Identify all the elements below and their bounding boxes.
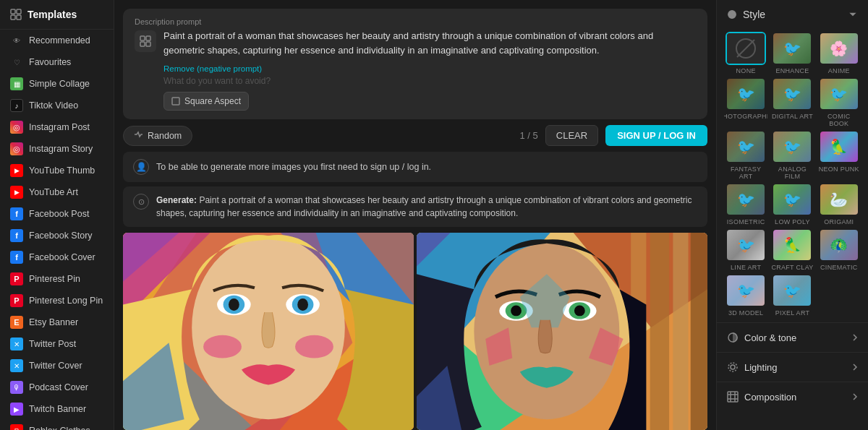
style-thumb-3d: 🐦 (726, 274, 766, 307)
style-item-digital-art[interactable]: 🐦 DIGITAL ART (770, 77, 814, 127)
sidebar-item-instagram-post[interactable]: ◎ Instagram Post (0, 116, 114, 138)
svg-rect-5 (146, 36, 150, 40)
style-item-neon[interactable]: 🦜 NEON PUNK (817, 130, 861, 180)
style-item-photographic[interactable]: 🐦 PHOTOGRAPHIC (724, 77, 767, 127)
bird-anime-icon: 🌸 (830, 40, 848, 57)
style-thumb-photographic: 🐦 (726, 77, 766, 111)
style-grid: NONE 🐦 ENHANCE 🌸 ANIME 🐦 (717, 29, 868, 322)
sidebar-item-recommended[interactable]: 👁 Recommended (0, 30, 114, 51)
style-item-pixel[interactable]: 🐦 PIXEL ART (770, 274, 814, 317)
style-label-digital: DIGITAL ART (772, 113, 813, 120)
generate-bar: ⊙ Generate: Paint a portrait of a woman … (123, 186, 707, 227)
negative-prompt-toggle[interactable]: Remove (negative prompt) (163, 64, 262, 73)
style-item-anime[interactable]: 🌸 ANIME (817, 32, 861, 74)
style-item-enhance[interactable]: 🐦 ENHANCE (770, 32, 814, 74)
bird-lowpoly-icon: 🐦 (783, 191, 801, 208)
bird-comic-icon: 🐦 (830, 85, 848, 103)
style-thumb-digital: 🐦 (772, 77, 812, 111)
style-label-lowpoly: LOW POLY (775, 218, 810, 225)
style-item-none[interactable]: NONE (724, 32, 767, 74)
sidebar-item-twitch[interactable]: ▶ Twitch Banner (0, 398, 114, 420)
bird-pixel-icon: 🐦 (783, 282, 801, 299)
portrait-image-right (417, 233, 707, 430)
sidebar-item-podcast[interactable]: 🎙 Podcast Cover (0, 377, 114, 398)
sidebar: Templates 👁 Recommended ♡ Favourites ▦ S… (0, 0, 114, 430)
style-label-clay: CRAFT CLAY (771, 264, 813, 271)
bird-clay-icon: 🦜 (783, 236, 801, 254)
style-item-isometric[interactable]: 🐦 ISOMETRIC (724, 183, 767, 225)
svg-rect-6 (140, 42, 145, 46)
sidebar-item-pinterest-long[interactable]: P Pinterest Long Pin (0, 290, 114, 311)
youtube-thumb-icon: ▶ (10, 164, 23, 177)
aspect-button[interactable]: Square Aspect (163, 92, 249, 111)
style-thumb-lineart: 🐦 (726, 228, 766, 262)
style-item-cinematic[interactable]: 🦚 CINEMATIC (817, 228, 861, 271)
composition-icon (727, 391, 739, 403)
color-tone-label: Color & tone (744, 332, 796, 343)
style-label-origami: ORIGAMI (824, 218, 854, 225)
sidebar-item-instagram-story[interactable]: ◎ Instagram Story (0, 138, 114, 160)
style-label-none: NONE (736, 67, 756, 74)
sidebar-item-twitter-cover[interactable]: ✕ Twitter Cover (0, 355, 114, 377)
random-button[interactable]: Random (123, 126, 192, 146)
style-item-clay[interactable]: 🦜 CRAFT CLAY (770, 228, 814, 271)
sidebar-item-youtube-thumb[interactable]: ▶ YouTube Thumb (0, 160, 114, 181)
composition-section[interactable]: Composition (717, 382, 868, 411)
negative-prompt-input[interactable]: What do you want to avoid? (163, 76, 696, 86)
style-thumb-anime: 🌸 (819, 32, 859, 65)
signup-button[interactable]: SIGN UP / LOG IN (605, 125, 707, 146)
style-item-origami[interactable]: 🦢 ORIGAMI (817, 183, 861, 225)
sidebar-item-etsy[interactable]: E Etsy Banner (0, 311, 114, 333)
lighting-icon (727, 361, 739, 373)
etsy-icon: E (10, 316, 23, 329)
svg-rect-1 (17, 9, 21, 14)
style-item-lowpoly[interactable]: 🐦 LOW POLY (770, 183, 814, 225)
random-icon (134, 131, 143, 140)
style-item-lineart[interactable]: 🐦 LINE ART (724, 228, 767, 271)
svg-point-23 (295, 335, 333, 358)
twitch-icon: ▶ (10, 403, 23, 416)
bird-iso-icon: 🐦 (737, 191, 755, 208)
style-item-3d[interactable]: 🐦 3D MODEL (724, 274, 767, 317)
sidebar-item-facebook-cover[interactable]: f Facebook Cover (0, 246, 114, 268)
lighting-chevron-icon (852, 363, 858, 371)
prompt-icon (135, 30, 156, 52)
user-icon: 👤 (133, 159, 149, 175)
clear-button[interactable]: CLEAR (545, 125, 598, 146)
sidebar-item-favourites[interactable]: ♡ Favourites (0, 51, 114, 73)
sidebar-item-pinterest-pin[interactable]: P Pinterest Pin (0, 268, 114, 290)
composition-label: Composition (744, 392, 796, 403)
image-cell-right[interactable] (417, 233, 707, 430)
generate-text: Generate: Paint a portrait of a woman th… (156, 194, 697, 220)
style-thumb-origami: 🦢 (819, 183, 859, 216)
sidebar-title: Templates (0, 0, 114, 30)
lighting-section[interactable]: Lighting (717, 352, 868, 382)
style-thumb-clay: 🦜 (772, 228, 812, 262)
pinterest-pin-icon: P (10, 272, 23, 285)
svg-rect-2 (11, 15, 15, 20)
sidebar-item-tiktok[interactable]: ♪ Tiktok Video (0, 95, 114, 116)
style-thumb-cinematic: 🦚 (819, 228, 859, 262)
sidebar-item-simple-collage[interactable]: ▦ Simple Collage (0, 73, 114, 95)
sidebar-item-youtube-art[interactable]: ▶ YouTube Art (0, 181, 114, 203)
chevron-down-icon (848, 9, 858, 20)
sidebar-item-roblox[interactable]: R Roblox Clothes (0, 420, 114, 430)
svg-rect-34 (673, 233, 688, 430)
facebook-post-icon: f (10, 207, 23, 220)
sidebar-item-facebook-post[interactable]: f Facebook Post (0, 203, 114, 225)
style-header[interactable]: Style (717, 0, 868, 29)
svg-point-18 (229, 298, 239, 311)
facebook-story-icon: f (10, 229, 23, 242)
style-thumb-iso: 🐦 (726, 183, 766, 216)
sidebar-item-twitter-post[interactable]: ✕ Twitter Post (0, 333, 114, 355)
svg-point-21 (297, 298, 308, 311)
style-item-fantasy[interactable]: 🐦 FANTASY ART (724, 130, 767, 180)
style-item-comic[interactable]: 🐦 COMIC BOOK (817, 77, 861, 127)
svg-rect-7 (146, 42, 150, 46)
color-tone-section[interactable]: Color & tone (717, 322, 868, 352)
style-thumb-none (726, 32, 766, 65)
style-item-analog[interactable]: 🐦 ANALOG FILM (770, 130, 814, 180)
sidebar-item-facebook-story[interactable]: f Facebook Story (0, 225, 114, 246)
image-cell-left[interactable] (123, 233, 414, 430)
pinterest-long-icon: P (10, 294, 23, 307)
